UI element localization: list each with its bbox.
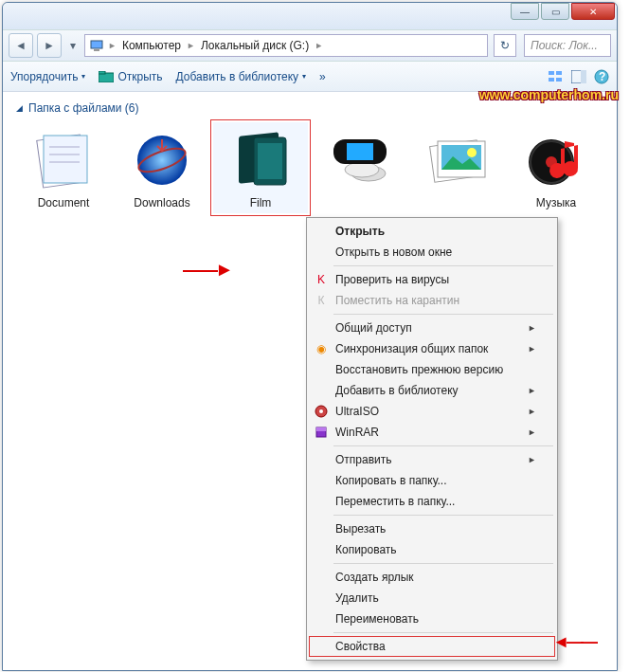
ctx-winrar[interactable]: WinRAR ► bbox=[309, 422, 555, 443]
folder-item-5[interactable] bbox=[410, 122, 505, 213]
search-input[interactable]: Поиск: Лок... bbox=[524, 34, 611, 57]
svg-rect-5 bbox=[549, 78, 554, 82]
titlebar: — ▭ ✕ bbox=[3, 3, 617, 29]
svg-rect-4 bbox=[549, 71, 554, 75]
chevron-down-icon: ▾ bbox=[81, 72, 85, 81]
folder-film-icon bbox=[223, 126, 298, 194]
ctx-label: Общий доступ bbox=[335, 321, 412, 335]
ctx-label: Проверить на вирусы bbox=[335, 273, 449, 286]
close-button[interactable]: ✕ bbox=[571, 3, 615, 20]
ctx-send-to[interactable]: Отправить ► bbox=[309, 449, 555, 470]
address-bar[interactable]: ► Компьютер ► Локальный диск (G:) ► bbox=[84, 34, 488, 57]
ctx-separator bbox=[333, 563, 553, 564]
psp-icon bbox=[321, 126, 397, 194]
refresh-button[interactable]: ↻ bbox=[494, 34, 516, 57]
ctx-add-to-library[interactable]: Добавить в библиотеку ► bbox=[309, 380, 555, 401]
forward-button[interactable]: ► bbox=[37, 33, 62, 58]
svg-rect-10 bbox=[581, 70, 586, 83]
item-label: Музыка bbox=[536, 196, 576, 209]
crumb-drive[interactable]: Локальный диск (G:) bbox=[199, 39, 311, 52]
svg-rect-1 bbox=[94, 49, 99, 51]
ctx-move-to-folder[interactable]: Переместить в папку... bbox=[309, 491, 555, 512]
add-to-library-menu[interactable]: Добавить в библиотеку ▾ bbox=[176, 70, 307, 83]
ctx-open-new-window[interactable]: Открыть в новом окне bbox=[309, 242, 555, 263]
history-dropdown[interactable]: ▾ bbox=[65, 35, 81, 56]
view-options-icon[interactable]: ▾ bbox=[549, 69, 564, 84]
item-label: Downloads bbox=[134, 196, 189, 209]
sync-icon: ◉ bbox=[314, 341, 329, 356]
ctx-rename[interactable]: Переименовать bbox=[309, 608, 555, 629]
ctx-properties[interactable]: Свойства bbox=[309, 636, 555, 657]
maximize-button[interactable]: ▭ bbox=[541, 3, 569, 20]
photo-icon bbox=[420, 126, 495, 194]
open-button[interactable]: Открыть bbox=[99, 69, 162, 84]
ctx-scan-virus[interactable]: K Проверить на вирусы bbox=[309, 269, 555, 290]
svg-rect-7 bbox=[556, 78, 562, 82]
ctx-ultraiso[interactable]: UltraISO ► bbox=[309, 401, 555, 422]
ctx-quarantine: К Поместить на карантин bbox=[309, 290, 555, 311]
annotation-arrow: ——► bbox=[183, 259, 231, 281]
ctx-open[interactable]: Открыть bbox=[309, 221, 555, 242]
crumb-computer[interactable]: Компьютер bbox=[120, 39, 183, 52]
folder-film[interactable]: Film bbox=[213, 122, 308, 213]
organize-menu[interactable]: Упорядочить ▾ bbox=[10, 70, 85, 83]
ctx-delete[interactable]: Удалить bbox=[309, 588, 555, 608]
items-grid: Document Downloads Film bbox=[16, 122, 603, 213]
ctx-label: Отправить bbox=[335, 453, 392, 466]
minimize-button[interactable]: — bbox=[511, 3, 539, 20]
submenu-arrow-icon: ► bbox=[528, 455, 536, 464]
svg-rect-0 bbox=[91, 41, 102, 48]
quarantine-icon: К bbox=[314, 293, 329, 308]
crumb-sep: ► bbox=[187, 41, 195, 50]
watermark: www.computerhom.ru bbox=[479, 87, 619, 102]
svg-rect-22 bbox=[258, 143, 282, 179]
globe-icon bbox=[124, 126, 200, 194]
folder-music[interactable]: Музыка bbox=[509, 122, 603, 213]
winrar-icon bbox=[314, 425, 329, 440]
folder-document[interactable]: Document bbox=[16, 122, 111, 213]
svg-point-24 bbox=[345, 162, 379, 177]
folder-downloads[interactable]: Downloads bbox=[115, 122, 209, 213]
submenu-arrow-icon: ► bbox=[528, 427, 536, 437]
ctx-cut[interactable]: Вырезать bbox=[309, 518, 555, 539]
crumb-sep: ► bbox=[108, 41, 117, 50]
organize-label: Упорядочить bbox=[10, 70, 78, 83]
ultraiso-icon bbox=[314, 404, 329, 419]
submenu-arrow-icon: ► bbox=[528, 323, 536, 333]
collapse-icon: ◢ bbox=[16, 103, 23, 113]
ctx-separator bbox=[333, 515, 553, 516]
more-commands[interactable]: » bbox=[319, 70, 326, 83]
ctx-separator bbox=[333, 265, 553, 266]
svg-text:?: ? bbox=[599, 70, 605, 83]
submenu-arrow-icon: ► bbox=[528, 344, 536, 354]
help-icon[interactable]: ? bbox=[594, 69, 609, 84]
ctx-separator bbox=[333, 314, 553, 315]
svg-rect-6 bbox=[556, 71, 562, 75]
preview-pane-icon[interactable] bbox=[571, 69, 586, 84]
ctx-share[interactable]: Общий доступ ► bbox=[309, 318, 555, 338]
ctx-label: UltraISO bbox=[335, 405, 379, 418]
addlib-label: Добавить в библиотеку bbox=[176, 70, 299, 83]
submenu-arrow-icon: ► bbox=[528, 407, 536, 416]
folder-open-icon bbox=[99, 69, 114, 84]
ctx-sync-folders[interactable]: ◉ Синхронизация общих папок ► bbox=[309, 338, 555, 359]
svg-rect-37 bbox=[316, 427, 326, 431]
group-header[interactable]: ◢ Папка с файлами (6) bbox=[16, 101, 603, 115]
ctx-separator bbox=[333, 445, 553, 446]
svg-point-35 bbox=[319, 409, 323, 413]
ctx-label: Поместить на карантин bbox=[335, 294, 459, 307]
ctx-copy-to-folder[interactable]: Копировать в папку... bbox=[309, 470, 555, 491]
svg-rect-3 bbox=[99, 71, 105, 74]
open-label: Открыть bbox=[117, 70, 162, 83]
folder-item-4[interactable] bbox=[312, 122, 406, 213]
ctx-separator bbox=[333, 632, 553, 633]
document-icon bbox=[26, 126, 101, 194]
back-button[interactable]: ◄ bbox=[9, 33, 33, 58]
ctx-create-shortcut[interactable]: Создать ярлык bbox=[309, 567, 555, 588]
chevron-down-icon: ▾ bbox=[302, 72, 306, 81]
svg-point-30 bbox=[467, 148, 477, 157]
ctx-copy[interactable]: Копировать bbox=[309, 539, 555, 560]
computer-icon bbox=[89, 38, 104, 53]
ctx-restore-version[interactable]: Восстановить прежнюю версию bbox=[309, 359, 555, 380]
ctx-label: Добавить в библиотеку bbox=[335, 384, 459, 397]
